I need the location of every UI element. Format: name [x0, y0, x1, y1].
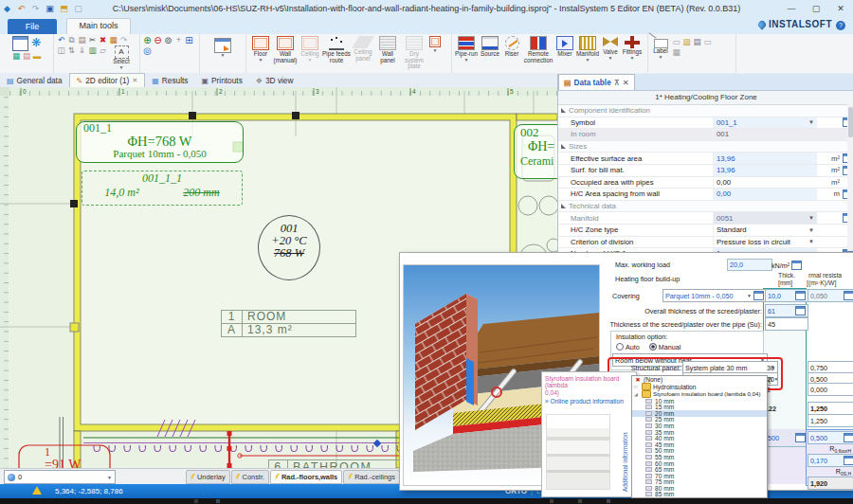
split-icon[interactable]: ◫ — [56, 45, 66, 56]
database-icon[interactable] — [795, 306, 806, 315]
graphic-frame-icon[interactable]: ▭ — [671, 37, 681, 47]
covering-resistance-cell[interactable]: 0,050 — [808, 289, 853, 302]
room-table[interactable]: 1 ROOM A 13,3 m² — [221, 310, 356, 337]
layer-tab-underlay[interactable]: Underlay — [186, 470, 230, 484]
rotate-icon[interactable]: ▱ — [98, 45, 108, 56]
tree-size-option[interactable]: 65 mm — [632, 466, 767, 473]
overall-thickness-input[interactable]: 61 — [765, 304, 808, 317]
dropdown-icon[interactable]: ▼ — [808, 119, 814, 125]
row-zone-type[interactable]: H/C Zone type Standard▼ — [558, 225, 853, 237]
source-button[interactable]: Source — [479, 35, 501, 63]
zoom-out-icon[interactable]: ⊖ — [153, 35, 163, 45]
save-icon[interactable]: ▣ — [43, 0, 57, 17]
taskbar-icon[interactable] — [578, 499, 582, 503]
table-label-icon[interactable]: ▤ — [692, 37, 702, 47]
zoom-window-icon[interactable]: ⊚ — [163, 35, 173, 45]
row-criterion-division[interactable]: Criterion of division Pressure loss in c… — [558, 237, 853, 249]
table-edit-icon[interactable]: ▦ — [108, 35, 118, 45]
scrollbar-thumb[interactable] — [848, 107, 853, 137]
tree-item-hydroinsulation[interactable]: ▷ Hydroinsulation — [632, 384, 767, 391]
maximize-button[interactable]: ▢ — [804, 0, 828, 17]
close-tab-icon[interactable]: ✕ — [132, 77, 137, 84]
tree-size-option[interactable]: 15 mm — [632, 404, 767, 410]
database-icon[interactable] — [844, 456, 853, 465]
calculate-icon[interactable] — [12, 36, 28, 51]
online-product-info-link[interactable]: » Online product information — [542, 396, 636, 406]
tree-item-styrofoam[interactable]: ◢ Styrofoam insulation board (lambda 0,0… — [632, 390, 767, 398]
app-icon[interactable]: ◆ — [0, 0, 14, 17]
fittings-button[interactable]: Fittings▼ — [621, 35, 644, 63]
redo-icon[interactable]: ↷ — [28, 0, 43, 17]
new-document-icon[interactable]: ▢ — [71, 0, 85, 17]
tree-size-option[interactable]: 55 mm — [632, 454, 767, 460]
close-button[interactable]: ✕ — [828, 0, 853, 17]
dropdown-icon[interactable]: ▼ — [808, 227, 814, 233]
dropdown-icon[interactable]: ▼ — [808, 239, 814, 244]
row-symbol[interactable]: Symbol 001_1▼ — [558, 117, 853, 130]
row-spacing-from-wall[interactable]: H/C Area spacing from wall 0,00 m — [558, 189, 853, 201]
field-value[interactable]: 13,96 — [717, 166, 735, 174]
minimize-button[interactable]: — — [779, 0, 804, 17]
database-icon[interactable] — [795, 291, 806, 300]
pipe-run-button[interactable]: Pipe-run▼ — [454, 35, 479, 63]
undo-icon[interactable]: ↶ — [56, 35, 66, 45]
wall-manual-button[interactable]: Wall (manual) — [273, 35, 298, 70]
database-icon[interactable] — [844, 433, 853, 442]
wall-panel-button[interactable]: Wall panel — [375, 35, 400, 70]
calc-option-icon[interactable]: ▤ — [22, 51, 32, 62]
taskbar-icon[interactable] — [607, 499, 610, 503]
delete-icon[interactable]: ✖ — [98, 35, 108, 45]
paste-icon[interactable]: ▤ — [77, 35, 87, 45]
row-surf-bill-mat[interactable]: Surf. for bill mat. 13,96 m² — [558, 165, 853, 177]
tab-printouts[interactable]: ▣ Printouts — [194, 74, 248, 87]
covering-thickness-input[interactable]: 10,0 — [765, 289, 808, 302]
riser-button[interactable]: Riser — [501, 35, 522, 63]
label-button[interactable]: Label▼ — [650, 35, 671, 59]
text-box-icon[interactable]: ▭ — [702, 37, 713, 47]
tree-size-option[interactable]: 25 mm — [632, 417, 767, 423]
export-icon[interactable]: ⬒ — [57, 0, 71, 17]
extra-value-cell[interactable]: 500 — [765, 431, 808, 444]
close-panel-icon[interactable]: ✕ — [623, 78, 629, 87]
valve-button[interactable]: Valve▼ — [600, 35, 621, 63]
zoom-extents-icon[interactable]: ⊞ — [184, 35, 194, 45]
remote-connection-button[interactable]: Remote connection — [522, 35, 554, 63]
zone-002-label[interactable]: 002 ΦH= Cerami — [514, 124, 557, 179]
selection-handle[interactable] — [70, 323, 79, 332]
legend-icon[interactable]: ▦ — [671, 47, 681, 58]
tree-size-option[interactable]: 45 mm — [632, 441, 767, 448]
help-icon[interactable]: ? — [836, 21, 845, 30]
max-working-load-input[interactable]: 20,0 — [727, 259, 772, 271]
image-icon[interactable]: ▨ — [681, 37, 692, 47]
calc-option-icon[interactable]: ▦ — [11, 51, 22, 62]
room-badge[interactable]: 001 +20 °C 768 W — [258, 215, 320, 280]
row-effective-surface[interactable]: Effective surface area 13,96 m² — [558, 153, 853, 165]
section-component-identification[interactable]: Component identification — [558, 105, 853, 117]
wall-node[interactable] — [292, 112, 299, 119]
field-value[interactable]: Standard — [717, 225, 747, 234]
layer-tab-rad-ceilings[interactable]: Rad.-ceilings — [343, 470, 400, 484]
dropdown-icon[interactable]: ▼ — [808, 215, 814, 221]
zoom-in-icon[interactable]: ⊕ — [142, 35, 153, 45]
tree-size-option[interactable]: 35 mm — [632, 429, 767, 436]
data-table-tab[interactable]: ▤ Data table ⊼ ✕ — [558, 74, 635, 90]
tree-size-option[interactable]: 50 mm — [632, 448, 767, 455]
floor-button[interactable]: Floor▼ — [248, 35, 273, 70]
tree-size-option[interactable]: 60 mm — [632, 460, 767, 467]
collapse-icon[interactable]: ◢ — [634, 391, 640, 397]
tree-size-option[interactable]: 85 mm — [632, 492, 767, 498]
layer-tab-rad-floors-walls[interactable]: Rad.-floors,walls — [270, 470, 342, 484]
copy-icon[interactable]: ⧉ — [66, 35, 77, 45]
row-manifold[interactable]: Manifold 0051▼ — [558, 212, 853, 225]
tree-size-option[interactable]: 30 mm — [632, 423, 767, 429]
database-icon[interactable] — [753, 291, 764, 300]
section-technical-data[interactable]: Technical data — [558, 201, 853, 213]
field-value[interactable]: Pressure loss in circuit — [717, 238, 790, 246]
additional-information-tab[interactable]: Additional information — [622, 408, 628, 492]
windows-icon[interactable] — [214, 38, 231, 53]
field-value[interactable]: 0051 — [717, 214, 733, 223]
field-value[interactable]: 13,96 — [717, 154, 735, 163]
mixer-button[interactable]: Mixer — [554, 35, 575, 63]
tree-size-option[interactable]: 20 mm — [632, 410, 767, 417]
database-icon[interactable] — [844, 291, 853, 300]
